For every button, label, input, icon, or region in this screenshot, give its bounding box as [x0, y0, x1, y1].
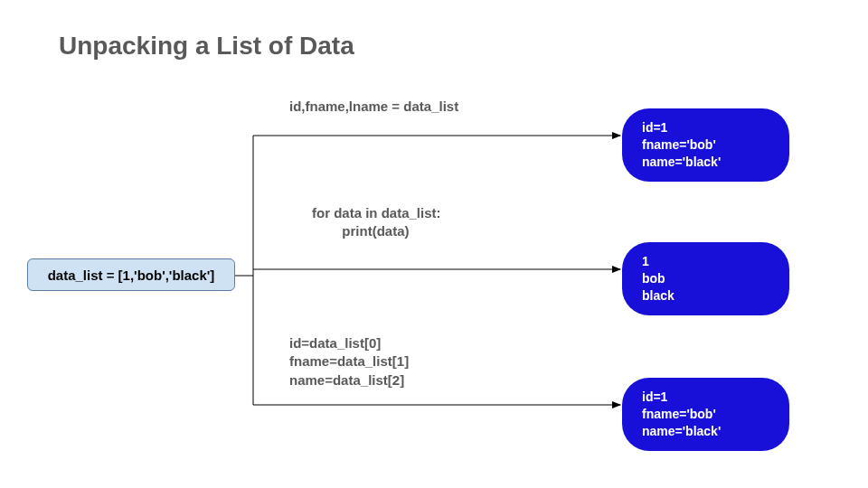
output-unpack: id=1 fname='bob' name='black' [622, 108, 789, 182]
code-index: id=data_list[0] fname=data_list[1] name=… [289, 334, 409, 389]
code-forloop: for data in data_list: print(data) [312, 204, 441, 241]
slide: Unpacking a List of Data data_list = [1,… [0, 0, 868, 488]
source-list-box: data_list = [1,'bob','black'] [27, 258, 235, 291]
slide-title: Unpacking a List of Data [59, 32, 354, 61]
output-index: id=1 fname='bob' name='black' [622, 378, 789, 451]
code-unpack: id,fname,lname = data_list [289, 98, 458, 116]
output-forloop: 1 bob black [622, 242, 789, 315]
